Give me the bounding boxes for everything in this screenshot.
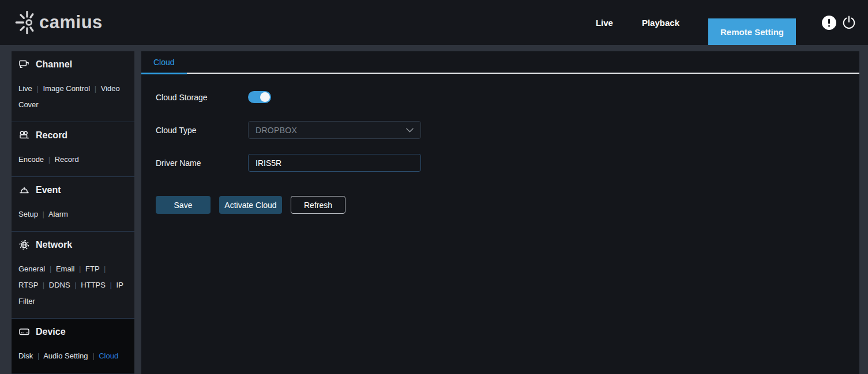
section-header-record: Record [18,130,129,141]
refresh-button[interactable]: Refresh [291,196,345,214]
section-links: Setup | Alarm [18,206,129,222]
link-separator: | [74,281,76,289]
link-separator: | [104,265,106,273]
sidebar-link-cloud[interactable]: Cloud [99,352,118,360]
nav-remote-setting[interactable]: Remote Setting [708,18,796,45]
video-camera-icon [18,130,30,141]
link-separator: | [37,352,39,360]
section-title: Channel [36,59,72,70]
section-header-network: Network [18,239,129,251]
driver-name-row: Driver Name [156,154,859,172]
link-separator: | [43,281,44,289]
sidebar-link-audio-setting[interactable]: Audio Setting [43,352,88,360]
alarm-siren-icon [18,184,30,196]
sidebar-link-record[interactable]: Record [55,155,79,164]
link-separator: | [95,84,96,93]
sidebar-link-ftp[interactable]: FTP [85,265,99,273]
sidebar-section-channel: Channel Live | Image Control | Video Cov… [12,51,134,122]
sidebar-link-general[interactable]: General [18,265,45,273]
brand-logo: camius [15,10,103,35]
sidebar-link-image-control[interactable]: Image Control [43,84,91,93]
nav-playback[interactable]: Playback [642,18,679,28]
sidebar-link-live[interactable]: Live [18,84,32,93]
sidebar-link-https[interactable]: HTTPS [81,281,106,289]
tab-bar: Cloud [141,51,859,74]
sidebar-link-encode[interactable]: Encode [18,155,44,164]
tab-cloud[interactable]: Cloud [141,51,187,74]
main-panel: Cloud Cloud Storage Cloud Type DROPBOX [141,51,859,374]
button-row: Save Activate Cloud Refresh [156,196,859,214]
sidebar: Channel Live | Image Control | Video Cov… [12,51,134,374]
brand-name: camius [39,12,103,33]
globe-icon [18,239,30,251]
sidebar-link-disk[interactable]: Disk [18,352,33,360]
link-separator: | [79,265,81,273]
link-separator: | [50,265,51,273]
sidebar-link-email[interactable]: Email [56,265,75,273]
nav-live[interactable]: Live [596,18,613,28]
cloud-type-value: DROPBOX [255,126,297,135]
sidebar-section-device: Device Disk | Audio Setting | Cloud [12,319,134,373]
section-title: Event [36,185,61,195]
section-title: Record [36,130,67,141]
section-header-device: Device [18,326,129,338]
cloud-storage-label: Cloud Storage [156,93,248,102]
driver-name-input[interactable] [248,154,421,172]
chevron-down-icon [406,128,414,133]
section-links: General | Email | FTP | RTSP | DDNS | HT… [18,261,129,309]
cloud-type-row: Cloud Type DROPBOX [156,121,859,139]
section-header-channel: Channel [18,59,129,70]
sidebar-section-network: Network General | Email | FTP | RTSP | D… [12,232,134,319]
section-links: Live | Image Control | Video Cover [18,81,129,113]
top-nav: Live Playback Remote Setting [596,0,856,45]
activate-cloud-button[interactable]: Activate Cloud [219,196,282,214]
section-links: Disk | Audio Setting | Cloud [18,348,129,364]
app-header: camius Live Playback Remote Setting [0,0,868,45]
power-icon[interactable] [841,15,856,30]
link-separator: | [48,155,50,164]
cctv-camera-icon [18,59,30,70]
content-shell: Channel Live | Image Control | Video Cov… [0,51,868,374]
camius-starburst-icon [15,10,40,35]
save-button[interactable]: Save [156,196,211,214]
section-title: Network [36,240,72,250]
section-links: Encode | Record [18,152,129,168]
alert-icon[interactable] [821,15,836,30]
dvr-device-icon [18,326,30,338]
toggle-knob [260,92,270,102]
sidebar-link-rtsp[interactable]: RTSP [18,281,38,289]
section-header-event: Event [18,184,129,196]
cloud-type-select[interactable]: DROPBOX [248,121,421,139]
driver-name-label: Driver Name [156,158,248,168]
sidebar-link-ddns[interactable]: DDNS [49,281,70,289]
sidebar-section-record: Record Encode | Record [12,122,134,177]
cloud-storage-toggle[interactable] [248,91,271,103]
cloud-type-label: Cloud Type [156,126,248,135]
link-separator: | [92,352,94,360]
cloud-settings-form: Cloud Storage Cloud Type DROPBOX [141,74,859,214]
sidebar-section-event: Event Setup | Alarm [12,177,134,232]
sidebar-link-setup[interactable]: Setup [18,210,38,218]
header-icons [821,15,856,30]
link-separator: | [110,281,112,289]
link-separator: | [36,84,38,93]
section-title: Device [36,327,66,337]
cloud-storage-row: Cloud Storage [156,88,859,106]
sidebar-link-alarm[interactable]: Alarm [48,210,68,218]
link-separator: | [43,210,44,218]
page: camius Live Playback Remote Setting [0,0,868,374]
